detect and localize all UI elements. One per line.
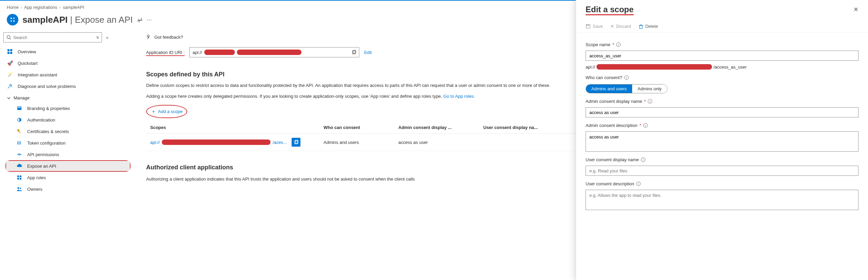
info-icon[interactable]: i [648,99,652,104]
copy-scope-icon[interactable] [292,138,300,147]
sidebar-search[interactable]: ⇅ [3,32,102,42]
sidebar-item-apiperm[interactable]: API permissions [3,149,133,160]
consent-option-admins-only[interactable]: Admins only [632,85,667,93]
page-title-section: Expose an API [75,15,133,25]
info-icon[interactable]: i [616,42,621,47]
sidebar-item-expose[interactable]: Expose an API [6,161,130,171]
add-scope-label: Add a scope [158,109,183,114]
sidebar-item-label: Branding & properties [27,106,70,111]
scope-name-input[interactable] [586,51,858,61]
required-asterisk: * [644,99,646,104]
sidebar-item-label: Owners [27,187,42,192]
label-text: Admin consent description [586,123,637,128]
flyout-toolbar: Save ✕ Discard Delete [576,14,868,33]
sidebar-item-owners[interactable]: Owners [3,183,133,195]
sidebar-item-label: App roles [27,175,46,180]
info-icon[interactable]: i [641,157,645,162]
cell-consent: Admins and users [319,134,394,151]
admin-desc-label: Admin consent description * i [586,119,858,128]
scope-uri-suffix: /access_as_user [713,64,747,70]
discard-button[interactable]: ✕ Discard [610,24,631,29]
feedback-label: Got feedback? [154,35,183,40]
sidebar-item-branding[interactable]: Branding & properties [3,102,133,114]
consent-toggle: Admins and users Admins only [586,84,667,93]
discard-icon: ✕ [610,24,614,29]
close-icon[interactable]: ✕ [853,6,858,13]
auth-icon [16,117,22,123]
rocket-icon: 🚀 [7,60,13,66]
info-icon[interactable]: i [643,123,648,128]
breadcrumb-home[interactable]: Home [7,5,19,10]
more-icon[interactable]: ⋯ [146,17,152,23]
app-icon [7,14,18,25]
info-icon[interactable]: i [636,182,641,186]
app-id-box: api:// [189,47,359,57]
svg-rect-29 [353,50,356,53]
sidebar-item-quickstart[interactable]: 🚀 Quickstart [3,57,133,69]
admin-desc-textarea[interactable] [586,131,858,152]
admin-display-label: Admin consent display name * i [586,95,858,104]
redacted-content [204,50,235,55]
save-button[interactable]: Save [586,24,603,29]
flyout-body: Scope name * i api:// /access_as_user Wh… [576,33,868,216]
sidebar-item-overview[interactable]: Overview [3,46,133,57]
go-app-roles-link[interactable]: Go to App roles. [443,94,475,99]
scope-uri-preview: api:// /access_as_user [586,63,858,70]
scope-link[interactable]: api:// /aces... [150,138,315,147]
sidebar-item-auth[interactable]: Authentication [3,114,133,126]
page-title: sampleAPI | Expose an API [22,15,133,25]
sidebar-item-approles[interactable]: App roles [3,172,133,183]
scopes-desc2-text: Adding a scope here creates only delegat… [146,94,443,99]
sidebar-item-diagnose[interactable]: Diagnose and solve problems [3,80,133,92]
sidebar-item-integration[interactable]: 🪄 Integration assistant [3,69,133,80]
edit-app-id-link[interactable]: Edit [364,50,371,55]
scopes-description-2: Adding a scope here creates only delegat… [146,93,554,104]
user-display-input[interactable] [586,166,858,176]
collapse-sidebar-icon[interactable]: « [106,35,108,40]
scopes-description-1: Define custom scopes to restrict access … [146,82,554,93]
tools-icon [7,83,13,89]
search-input[interactable] [13,35,94,40]
breadcrumb-current: sampleAPI [63,5,84,10]
copy-icon[interactable] [351,50,356,55]
sidebar-item-expose-highlighted: Expose an API [5,160,131,172]
discard-label: Discard [616,24,631,29]
key-icon [16,128,22,134]
svg-rect-6 [7,49,10,51]
overview-icon [7,49,13,55]
app-id-value-prefix: api:// [192,50,202,55]
user-desc-label: User consent description i [586,178,858,186]
sidebar-item-label: Overview [18,49,36,54]
scope-name-label: Scope name * i [586,39,858,47]
token-icon [16,140,22,146]
delete-button[interactable]: Delete [639,24,658,29]
user-display-label: User consent display name i [586,154,858,162]
svg-point-27 [147,35,149,37]
svg-rect-28 [352,51,355,54]
user-desc-textarea[interactable] [586,190,858,210]
svg-point-0 [11,18,12,19]
sidebar-item-certs[interactable]: Certificates & secrets [3,126,133,137]
admin-display-input[interactable] [586,107,858,117]
sidebar-group-label: Manage [14,95,30,100]
col-consent[interactable]: Who can consent [319,122,394,134]
required-asterisk: * [639,123,641,128]
sidebar-item-label: Authentication [27,117,55,123]
sidebar-item-label: Expose an API [27,164,56,169]
svg-point-3 [13,20,15,22]
label-text: User consent display name [586,157,639,162]
pin-icon[interactable] [137,17,142,22]
sidebar-item-label: Token configuration [27,141,66,146]
info-icon[interactable]: i [624,75,629,80]
breadcrumb-appreg[interactable]: App registrations [24,5,57,10]
col-admin-display[interactable]: Admin consent display ... [394,122,479,134]
sidebar-item-label: Quickstart [18,61,38,66]
col-scopes[interactable]: Scopes [146,122,319,134]
scope-prefix: api:// [150,140,160,145]
sidebar-group-manage[interactable]: Manage [3,92,133,102]
branding-icon [16,105,22,111]
sidebar-item-token[interactable]: Token configuration [3,137,133,149]
consent-option-admins-users[interactable]: Admins and users [586,85,632,93]
wand-icon: 🪄 [7,72,13,78]
add-scope-button[interactable]: ＋ Add a scope [146,105,187,118]
